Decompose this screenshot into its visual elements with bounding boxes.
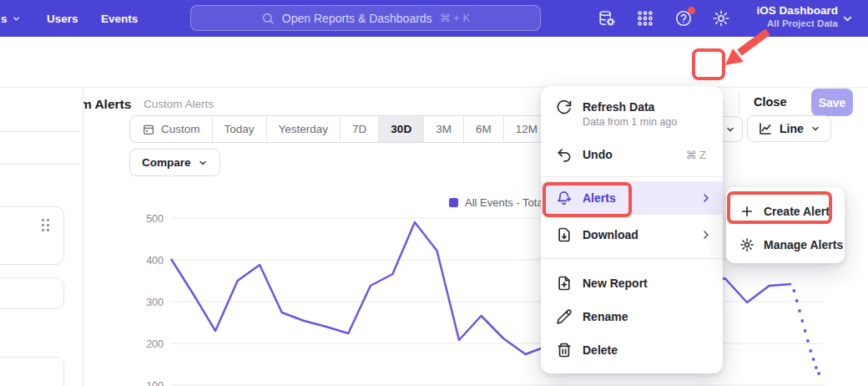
- apps-grid-icon[interactable]: [636, 9, 654, 28]
- query-card[interactable]: [0, 206, 64, 265]
- calendar-icon: [142, 123, 155, 136]
- chevron-right-icon: [699, 191, 713, 205]
- chevron-down-icon: [198, 158, 208, 168]
- project-switcher[interactable]: iOS Dashboard All Project Data: [756, 4, 838, 28]
- header-divider: [739, 92, 739, 114]
- menu-label: Undo: [583, 148, 613, 161]
- menu-item-alerts[interactable]: Alerts: [541, 181, 723, 215]
- chevron-right-icon: [699, 228, 713, 241]
- query-builder-sidebar: [0, 88, 83, 386]
- y-axis-tick-label: 100: [146, 380, 164, 386]
- query-card[interactable]: [0, 277, 64, 309]
- projected-dot: [815, 366, 818, 369]
- menu-label: Delete: [583, 343, 618, 357]
- chevron-down-icon: [810, 124, 820, 134]
- menu-label: Alerts: [583, 191, 616, 205]
- report-header: Custom Alerts Custom Alerts GV Duplicate…: [0, 37, 868, 88]
- range-today[interactable]: Today: [213, 116, 267, 142]
- submenu-label: Manage Alerts: [764, 238, 843, 251]
- plus-icon: [739, 204, 754, 219]
- menu-item-undo[interactable]: Undo ⌘ Z: [541, 138, 723, 171]
- menu-item-new-report[interactable]: New Report: [541, 267, 723, 300]
- y-axis-tick-label: 500: [146, 213, 164, 225]
- pencil-icon: [556, 308, 573, 325]
- y-axis-tick-label: 400: [146, 255, 164, 267]
- menu-label: Download: [583, 228, 638, 241]
- top-navbar: s Users Events Open Reports & Dashboards…: [0, 0, 868, 37]
- search-input[interactable]: Open Reports & Dashboards ⌘ + K: [190, 5, 541, 31]
- menu-divider: [541, 176, 723, 177]
- refresh-subtitle: Data from 1 min ago: [583, 116, 677, 128]
- undo-shortcut: ⌘ Z: [685, 149, 706, 161]
- y-axis-tick-label: 300: [146, 297, 164, 308]
- help-icon[interactable]: [674, 9, 693, 28]
- sidebar-divider: [0, 164, 81, 165]
- menu-item-delete[interactable]: Delete: [541, 333, 723, 367]
- menu-label: New Report: [583, 277, 648, 290]
- data-management-icon[interactable]: [598, 9, 616, 28]
- date-range-control: Custom Today Yesterday 7D 30D 3M 6M 12M: [129, 115, 550, 143]
- submenu-item-manage-alerts[interactable]: Manage Alerts: [726, 229, 845, 261]
- projected-dot: [812, 358, 815, 361]
- project-name: iOS Dashboard: [756, 4, 838, 17]
- close-button[interactable]: Close: [754, 95, 787, 109]
- nav-item-cut-label: s: [1, 13, 8, 25]
- menu-label: Refresh Data: [583, 100, 654, 114]
- projected-dot: [804, 329, 807, 333]
- sidebar-divider: [0, 131, 81, 132]
- nav-item-users[interactable]: Users: [47, 0, 78, 37]
- range-custom[interactable]: Custom: [130, 116, 213, 142]
- submenu-item-create-alert[interactable]: Create Alert: [726, 196, 845, 227]
- range-6m[interactable]: 6M: [464, 116, 504, 142]
- help-notification-badge: [688, 7, 695, 14]
- save-button[interactable]: Save: [811, 89, 853, 116]
- project-scope: All Project Data: [756, 18, 838, 28]
- search-placeholder: Open Reports & Dashboards: [282, 12, 432, 25]
- drag-handle-icon[interactable]: [42, 219, 50, 232]
- range-7d[interactable]: 7D: [341, 116, 379, 142]
- search-icon: [261, 12, 275, 25]
- refresh-icon: [556, 99, 573, 115]
- range-3m[interactable]: 3M: [424, 116, 464, 142]
- report-options-menu: Refresh Data Data from 1 min ago Undo ⌘ …: [541, 86, 723, 373]
- range-30d-selected[interactable]: 30D: [379, 116, 424, 142]
- projected-dot: [800, 319, 804, 323]
- menu-item-download[interactable]: Download: [541, 218, 723, 251]
- search-shortcut: ⌘ + K: [440, 12, 471, 24]
- projected-dot: [809, 349, 812, 353]
- compare-button[interactable]: Compare: [129, 149, 220, 176]
- undo-icon: [556, 146, 573, 163]
- range-yesterday[interactable]: Yesterday: [267, 116, 341, 142]
- menu-label: Rename: [583, 310, 628, 323]
- projected-dot: [798, 309, 801, 312]
- alert-bell-icon: [556, 190, 573, 206]
- nav-item-events[interactable]: Events: [101, 0, 138, 37]
- chart-type-button[interactable]: Line: [747, 115, 831, 142]
- alerts-submenu: Create Alert Manage Alerts: [726, 187, 845, 263]
- submenu-label: Create Alert: [764, 205, 830, 218]
- trash-icon: [556, 342, 573, 358]
- menu-divider: [541, 258, 723, 259]
- nav-item-cut[interactable]: s: [1, 0, 21, 37]
- breadcrumb: Custom Alerts: [144, 98, 214, 110]
- projected-dot: [817, 372, 820, 375]
- chevron-down-icon: [725, 124, 735, 135]
- chevron-down-icon: [12, 14, 21, 23]
- projected-dot: [793, 289, 796, 292]
- y-axis-tick-label: 200: [146, 338, 164, 350]
- query-card[interactable]: [0, 357, 64, 386]
- new-report-icon: [556, 275, 573, 292]
- line-chart-icon: [758, 121, 773, 136]
- gear-icon: [739, 237, 754, 252]
- download-icon: [556, 226, 573, 243]
- project-chevron-down-icon[interactable]: [841, 13, 854, 25]
- menu-item-rename[interactable]: Rename: [541, 300, 723, 333]
- settings-gear-icon[interactable]: [712, 9, 730, 28]
- projected-dot: [795, 299, 799, 302]
- projected-dot: [806, 339, 810, 343]
